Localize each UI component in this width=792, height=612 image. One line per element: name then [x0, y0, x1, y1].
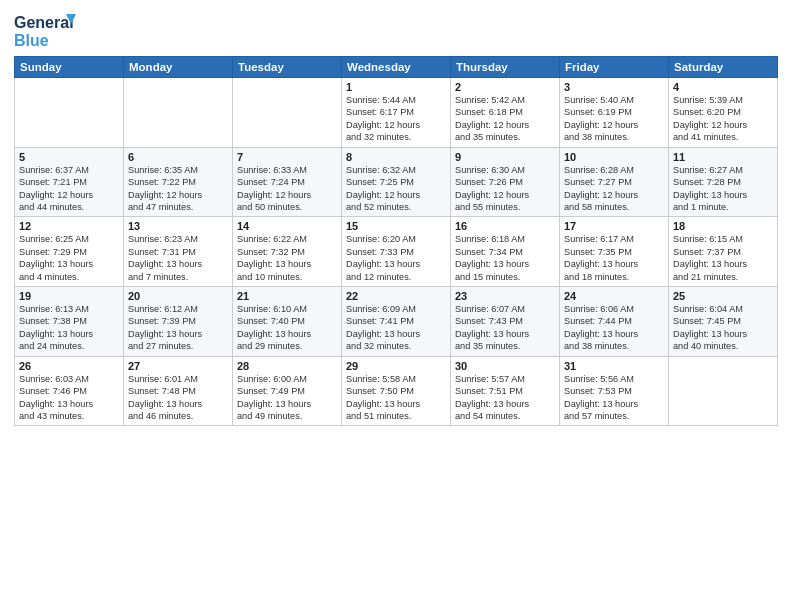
day-info: Sunrise: 6:22 AM Sunset: 7:32 PM Dayligh…	[237, 233, 337, 283]
logo-svg: GeneralBlue	[14, 10, 86, 50]
week-row-1: 5Sunrise: 6:37 AM Sunset: 7:21 PM Daylig…	[15, 147, 778, 217]
calendar-cell: 15Sunrise: 6:20 AM Sunset: 7:33 PM Dayli…	[342, 217, 451, 287]
week-row-0: 1Sunrise: 5:44 AM Sunset: 6:17 PM Daylig…	[15, 78, 778, 148]
calendar-cell: 31Sunrise: 5:56 AM Sunset: 7:53 PM Dayli…	[560, 356, 669, 426]
day-info: Sunrise: 5:58 AM Sunset: 7:50 PM Dayligh…	[346, 373, 446, 423]
week-row-2: 12Sunrise: 6:25 AM Sunset: 7:29 PM Dayli…	[15, 217, 778, 287]
calendar-cell: 9Sunrise: 6:30 AM Sunset: 7:26 PM Daylig…	[451, 147, 560, 217]
day-info: Sunrise: 6:12 AM Sunset: 7:39 PM Dayligh…	[128, 303, 228, 353]
day-number: 3	[564, 81, 664, 93]
day-number: 28	[237, 360, 337, 372]
day-number: 30	[455, 360, 555, 372]
calendar-cell: 19Sunrise: 6:13 AM Sunset: 7:38 PM Dayli…	[15, 287, 124, 357]
day-info: Sunrise: 6:09 AM Sunset: 7:41 PM Dayligh…	[346, 303, 446, 353]
day-info: Sunrise: 6:17 AM Sunset: 7:35 PM Dayligh…	[564, 233, 664, 283]
day-number: 21	[237, 290, 337, 302]
day-info: Sunrise: 6:20 AM Sunset: 7:33 PM Dayligh…	[346, 233, 446, 283]
calendar-cell: 12Sunrise: 6:25 AM Sunset: 7:29 PM Dayli…	[15, 217, 124, 287]
week-row-3: 19Sunrise: 6:13 AM Sunset: 7:38 PM Dayli…	[15, 287, 778, 357]
logo-area: GeneralBlue	[14, 10, 86, 50]
weekday-header-row: SundayMondayTuesdayWednesdayThursdayFrid…	[15, 57, 778, 78]
svg-text:General: General	[14, 14, 74, 31]
calendar-cell: 25Sunrise: 6:04 AM Sunset: 7:45 PM Dayli…	[669, 287, 778, 357]
day-info: Sunrise: 6:03 AM Sunset: 7:46 PM Dayligh…	[19, 373, 119, 423]
day-info: Sunrise: 6:32 AM Sunset: 7:25 PM Dayligh…	[346, 164, 446, 214]
day-number: 15	[346, 220, 446, 232]
day-number: 1	[346, 81, 446, 93]
page: GeneralBlue SundayMondayTuesdayWednesday…	[0, 0, 792, 612]
day-info: Sunrise: 6:28 AM Sunset: 7:27 PM Dayligh…	[564, 164, 664, 214]
day-number: 16	[455, 220, 555, 232]
day-info: Sunrise: 6:37 AM Sunset: 7:21 PM Dayligh…	[19, 164, 119, 214]
calendar-cell: 26Sunrise: 6:03 AM Sunset: 7:46 PM Dayli…	[15, 356, 124, 426]
day-number: 22	[346, 290, 446, 302]
day-info: Sunrise: 5:39 AM Sunset: 6:20 PM Dayligh…	[673, 94, 773, 144]
calendar-cell: 14Sunrise: 6:22 AM Sunset: 7:32 PM Dayli…	[233, 217, 342, 287]
calendar-cell	[15, 78, 124, 148]
day-info: Sunrise: 6:04 AM Sunset: 7:45 PM Dayligh…	[673, 303, 773, 353]
day-number: 4	[673, 81, 773, 93]
day-number: 11	[673, 151, 773, 163]
day-info: Sunrise: 6:06 AM Sunset: 7:44 PM Dayligh…	[564, 303, 664, 353]
day-number: 2	[455, 81, 555, 93]
weekday-header-friday: Friday	[560, 57, 669, 78]
day-info: Sunrise: 6:33 AM Sunset: 7:24 PM Dayligh…	[237, 164, 337, 214]
day-number: 24	[564, 290, 664, 302]
day-number: 27	[128, 360, 228, 372]
weekday-header-tuesday: Tuesday	[233, 57, 342, 78]
calendar-cell	[233, 78, 342, 148]
day-number: 31	[564, 360, 664, 372]
day-info: Sunrise: 6:07 AM Sunset: 7:43 PM Dayligh…	[455, 303, 555, 353]
calendar-cell: 6Sunrise: 6:35 AM Sunset: 7:22 PM Daylig…	[124, 147, 233, 217]
day-info: Sunrise: 5:57 AM Sunset: 7:51 PM Dayligh…	[455, 373, 555, 423]
day-info: Sunrise: 6:23 AM Sunset: 7:31 PM Dayligh…	[128, 233, 228, 283]
calendar-cell: 30Sunrise: 5:57 AM Sunset: 7:51 PM Dayli…	[451, 356, 560, 426]
day-info: Sunrise: 6:18 AM Sunset: 7:34 PM Dayligh…	[455, 233, 555, 283]
weekday-header-saturday: Saturday	[669, 57, 778, 78]
day-info: Sunrise: 6:00 AM Sunset: 7:49 PM Dayligh…	[237, 373, 337, 423]
calendar-cell: 11Sunrise: 6:27 AM Sunset: 7:28 PM Dayli…	[669, 147, 778, 217]
calendar-cell: 29Sunrise: 5:58 AM Sunset: 7:50 PM Dayli…	[342, 356, 451, 426]
weekday-header-sunday: Sunday	[15, 57, 124, 78]
week-row-4: 26Sunrise: 6:03 AM Sunset: 7:46 PM Dayli…	[15, 356, 778, 426]
calendar-cell: 13Sunrise: 6:23 AM Sunset: 7:31 PM Dayli…	[124, 217, 233, 287]
calendar-cell: 17Sunrise: 6:17 AM Sunset: 7:35 PM Dayli…	[560, 217, 669, 287]
calendar-cell: 5Sunrise: 6:37 AM Sunset: 7:21 PM Daylig…	[15, 147, 124, 217]
weekday-header-thursday: Thursday	[451, 57, 560, 78]
calendar-cell: 8Sunrise: 6:32 AM Sunset: 7:25 PM Daylig…	[342, 147, 451, 217]
day-number: 17	[564, 220, 664, 232]
svg-text:Blue: Blue	[14, 32, 49, 49]
day-number: 9	[455, 151, 555, 163]
day-info: Sunrise: 6:25 AM Sunset: 7:29 PM Dayligh…	[19, 233, 119, 283]
day-info: Sunrise: 6:30 AM Sunset: 7:26 PM Dayligh…	[455, 164, 555, 214]
day-number: 5	[19, 151, 119, 163]
calendar-cell: 21Sunrise: 6:10 AM Sunset: 7:40 PM Dayli…	[233, 287, 342, 357]
day-number: 23	[455, 290, 555, 302]
day-number: 19	[19, 290, 119, 302]
day-info: Sunrise: 6:27 AM Sunset: 7:28 PM Dayligh…	[673, 164, 773, 214]
calendar-table: SundayMondayTuesdayWednesdayThursdayFrid…	[14, 56, 778, 426]
day-info: Sunrise: 6:13 AM Sunset: 7:38 PM Dayligh…	[19, 303, 119, 353]
day-number: 26	[19, 360, 119, 372]
day-number: 8	[346, 151, 446, 163]
calendar-cell: 24Sunrise: 6:06 AM Sunset: 7:44 PM Dayli…	[560, 287, 669, 357]
day-number: 20	[128, 290, 228, 302]
calendar-cell	[669, 356, 778, 426]
calendar-cell	[124, 78, 233, 148]
calendar-cell: 22Sunrise: 6:09 AM Sunset: 7:41 PM Dayli…	[342, 287, 451, 357]
calendar-cell: 20Sunrise: 6:12 AM Sunset: 7:39 PM Dayli…	[124, 287, 233, 357]
day-info: Sunrise: 5:42 AM Sunset: 6:18 PM Dayligh…	[455, 94, 555, 144]
header: GeneralBlue	[14, 10, 778, 50]
calendar-cell: 23Sunrise: 6:07 AM Sunset: 7:43 PM Dayli…	[451, 287, 560, 357]
calendar-cell: 7Sunrise: 6:33 AM Sunset: 7:24 PM Daylig…	[233, 147, 342, 217]
calendar-cell: 28Sunrise: 6:00 AM Sunset: 7:49 PM Dayli…	[233, 356, 342, 426]
day-info: Sunrise: 5:40 AM Sunset: 6:19 PM Dayligh…	[564, 94, 664, 144]
weekday-header-wednesday: Wednesday	[342, 57, 451, 78]
day-info: Sunrise: 6:01 AM Sunset: 7:48 PM Dayligh…	[128, 373, 228, 423]
calendar-cell: 27Sunrise: 6:01 AM Sunset: 7:48 PM Dayli…	[124, 356, 233, 426]
day-number: 29	[346, 360, 446, 372]
day-number: 25	[673, 290, 773, 302]
calendar-cell: 3Sunrise: 5:40 AM Sunset: 6:19 PM Daylig…	[560, 78, 669, 148]
calendar-cell: 2Sunrise: 5:42 AM Sunset: 6:18 PM Daylig…	[451, 78, 560, 148]
calendar-cell: 4Sunrise: 5:39 AM Sunset: 6:20 PM Daylig…	[669, 78, 778, 148]
